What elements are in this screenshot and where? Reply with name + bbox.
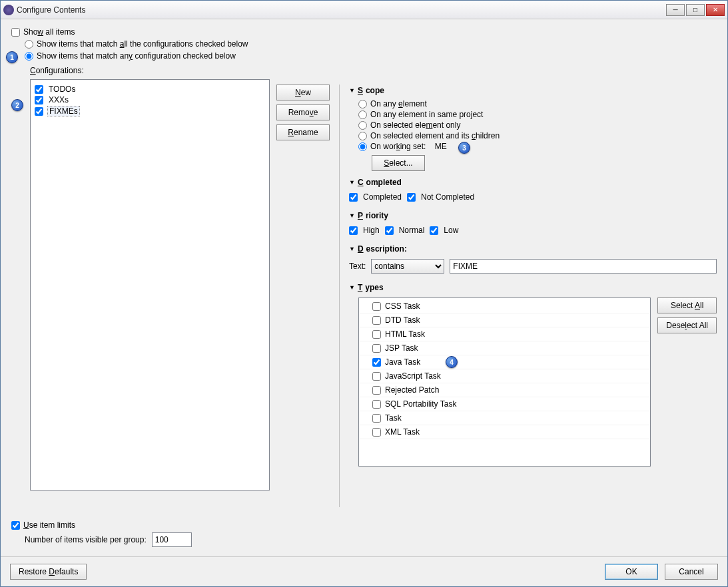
not-completed-checkbox[interactable] (407, 193, 416, 202)
scope-selected-only-radio[interactable] (358, 121, 367, 130)
priority-header[interactable]: ▼ Priority (349, 211, 717, 220)
config-label[interactable]: FIXMEs (47, 106, 80, 116)
priority-high-label: High (363, 226, 380, 235)
scope-same-project-radio[interactable] (358, 110, 367, 119)
scope-any-element-radio[interactable] (358, 100, 367, 108)
type-check[interactable] (372, 316, 381, 325)
ok-button[interactable]: OK (605, 564, 658, 580)
type-check[interactable] (372, 358, 381, 367)
deselect-all-button[interactable]: Deselect All (657, 317, 717, 333)
app-icon (3, 5, 14, 15)
twist-icon: ▼ (349, 284, 355, 291)
description-text-input[interactable] (450, 259, 717, 274)
remove-button[interactable]: Remove (276, 104, 330, 120)
type-check[interactable] (372, 330, 381, 339)
description-header[interactable]: ▼ Description: (349, 244, 717, 254)
maximize-button[interactable]: □ (686, 4, 705, 16)
config-label[interactable]: XXXs (47, 95, 70, 104)
type-check[interactable] (372, 400, 381, 409)
config-check[interactable] (35, 107, 43, 116)
scope-selected-children-radio[interactable] (358, 132, 367, 140)
scope-selected-only-label: On selected element only (370, 120, 460, 130)
type-row: Rejected Patch (359, 383, 650, 397)
annotation-badge-1: 1 (6, 51, 18, 63)
type-label: JSP Task (385, 343, 418, 353)
dialog-window: Configure Contents ─ □ ✕ Show all items … (0, 0, 728, 587)
types-header[interactable]: ▼ Types (349, 283, 717, 292)
types-list[interactable]: CSS Task DTD Task HTML Task JSP Task Jav… (358, 297, 651, 467)
select-working-set-button[interactable]: Select... (372, 155, 425, 171)
priority-high-checkbox[interactable] (349, 226, 358, 235)
config-item-fixmes: FIXMEs (35, 105, 265, 117)
scope-header[interactable]: ▼ Scope (349, 86, 717, 95)
twist-icon: ▼ (349, 179, 355, 186)
config-label[interactable]: TODOs (47, 85, 77, 94)
window-title: Configure Contents (17, 5, 666, 15)
completed-label: Completed (363, 192, 402, 202)
type-check[interactable] (372, 302, 381, 311)
config-item-xxxs: XXXs (35, 95, 265, 105)
match-any-label: Show items that match any configuration … (37, 51, 236, 61)
scope-selected-children-label: On selected element and its children (370, 131, 500, 140)
cancel-button[interactable]: Cancel (665, 564, 718, 580)
priority-low-checkbox[interactable] (430, 226, 438, 235)
config-check[interactable] (35, 85, 43, 94)
type-row: XML Task (359, 425, 650, 439)
close-button[interactable]: ✕ (706, 4, 725, 16)
type-row: SQL Portability Task (359, 397, 650, 411)
scope-same-project-label: On any element in same project (370, 110, 483, 119)
configurations-label: Configurations: (30, 66, 717, 75)
completed-checkbox[interactable] (349, 193, 358, 202)
type-check[interactable] (372, 428, 381, 437)
match-any-radio[interactable] (25, 52, 33, 61)
priority-normal-label: Normal (399, 226, 425, 235)
type-label: HTML Task (385, 329, 425, 339)
match-all-radio[interactable] (25, 40, 33, 49)
rename-button[interactable]: Rename (276, 124, 330, 140)
annotation-badge-3: 3 (458, 142, 470, 154)
type-label: DTD Task (385, 315, 420, 325)
restore-defaults-button[interactable]: Restore Defaults (10, 564, 87, 580)
type-row: Java Task4 (359, 355, 650, 369)
show-all-checkbox[interactable] (11, 28, 20, 37)
priority-low-label: Low (444, 226, 458, 235)
type-label: Task (385, 413, 402, 423)
type-row: HTML Task (359, 327, 650, 341)
use-item baseline[interactable] (11, 521, 20, 530)
scope-any-element-label: On any element (370, 99, 427, 108)
type-row: Task (359, 411, 650, 425)
type-label: Rejected Patch (385, 385, 439, 395)
type-row: JSP Task (359, 341, 650, 355)
items-per-group-input[interactable] (152, 532, 192, 547)
text-label: Text: (349, 262, 366, 271)
twist-icon: ▼ (349, 246, 355, 252)
vertical-divider (339, 85, 340, 507)
config-item-todos: TODOs (35, 84, 265, 95)
annotation-badge-4: 4 (446, 356, 458, 368)
new-button[interactable]: New (276, 85, 330, 100)
working-set-name: ME (435, 142, 447, 151)
type-label: SQL Portability Task (385, 399, 456, 409)
type-check[interactable] (372, 344, 381, 353)
minimize-button[interactable]: ─ (666, 4, 685, 16)
type-check[interactable] (372, 414, 381, 423)
twist-icon: ▼ (349, 212, 355, 219)
completed-header[interactable]: ▼ Completed (349, 178, 717, 187)
type-check[interactable] (372, 386, 381, 395)
use-item-limits-label: Use item limits (23, 520, 75, 530)
type-row: DTD Task (359, 313, 650, 327)
configurations-list[interactable]: TODOs XXXs FIXMEs (30, 79, 270, 490)
type-check[interactable] (372, 372, 381, 381)
select-all-button[interactable]: Select All (657, 297, 717, 313)
per-group-label: Number of items visible per group: (25, 535, 147, 544)
type-row: JavaScript Task (359, 369, 650, 383)
config-check[interactable] (35, 96, 43, 104)
description-combo[interactable]: contains (371, 259, 444, 274)
type-row: CSS Task (359, 299, 650, 313)
type-label: Java Task (385, 357, 420, 367)
not-completed-label: Not Completed (421, 192, 474, 202)
scope-working-set-radio[interactable] (358, 142, 367, 151)
annotation-badge-2: 2 (11, 99, 23, 111)
priority-normal-checkbox[interactable] (385, 226, 394, 235)
titlebar[interactable]: Configure Contents ─ □ ✕ (1, 1, 727, 19)
